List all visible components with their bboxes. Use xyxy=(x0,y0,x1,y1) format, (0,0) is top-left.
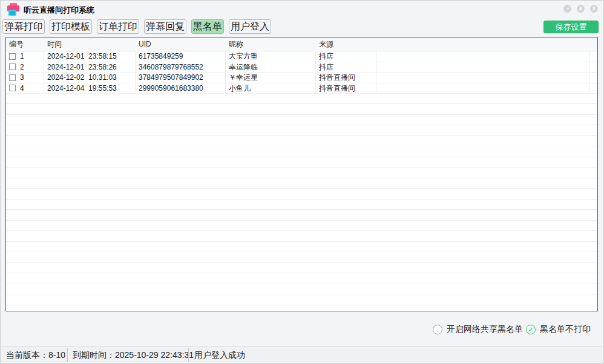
window-controls: – ∧ × xyxy=(563,5,598,13)
cell-time: 2024-12-04 19:55:53 xyxy=(44,83,135,94)
minimize-icon[interactable]: – xyxy=(563,5,571,13)
noprint-checkbox-checked-icon[interactable]: ✓ xyxy=(526,325,536,334)
row-number: 1 xyxy=(20,51,24,62)
printer-app-icon xyxy=(6,3,21,16)
col-header-uid: UID xyxy=(135,37,225,51)
tab-bar: 弹幕打印 打印模板 订单打印 弹幕回复 黑名单 用户登入 xyxy=(2,19,271,34)
noprint-label: 黑名单不打印 xyxy=(540,324,591,335)
status-version: 当前版本：8-10 xyxy=(6,350,65,361)
app-window: 听云直播间打印系统 – ∧ × 弹幕打印 打印模板 订单打印 弹幕回复 黑名单 … xyxy=(0,0,604,364)
table-row[interactable]: 3 2024-12-02 10:31:03 3784979507849902 ￥… xyxy=(6,73,597,83)
cell-source: 抖音直播间 xyxy=(315,83,376,94)
col-header-nickname: 昵称 xyxy=(225,37,315,51)
row-checkbox[interactable] xyxy=(9,85,16,91)
noprint-option: ✓ 黑名单不打印 xyxy=(526,324,591,335)
cell-nickname: 大宝方重 xyxy=(225,51,315,62)
col-header-time: 时间 xyxy=(44,37,135,51)
status-expiry: 到期时间：2025-10-29 22:43:31 xyxy=(73,350,194,361)
tab-danmu-reply[interactable]: 弹幕回复 xyxy=(144,19,186,34)
col-header-blank2 xyxy=(589,37,597,51)
row-checkbox[interactable] xyxy=(9,74,16,81)
table-row[interactable]: 4 2024-12-04 19:55:53 2999059061683380 小… xyxy=(6,83,597,94)
row-checkbox[interactable] xyxy=(9,53,16,60)
table-row[interactable]: 2 2024-12-01 23:58:26 3460879879768552 幸… xyxy=(6,62,597,73)
maximize-icon[interactable]: ∧ xyxy=(577,5,585,13)
cell-nickname: ￥幸运星 xyxy=(225,73,315,83)
tab-user-login[interactable]: 用户登入 xyxy=(229,19,271,34)
blacklist-options-row: 开启网络共享黑名单 ✓ 黑名单不打印 xyxy=(1,324,603,336)
cell-nickname: 小鱼儿 xyxy=(225,83,315,94)
row-number: 3 xyxy=(20,73,24,83)
cell-uid: 3460879879768552 xyxy=(135,62,225,73)
titlebar: 听云直播间打印系统 – ∧ × xyxy=(1,1,603,18)
status-bar: 当前版本：8-10 到期时间：2025-10-29 22:43:31 用户登入成… xyxy=(1,346,603,363)
cell-uid: 2999059061683380 xyxy=(135,83,225,94)
row-checkbox[interactable] xyxy=(9,63,16,70)
table-empty-area xyxy=(6,94,597,311)
tab-blacklist[interactable]: 黑名单 xyxy=(191,19,224,34)
status-divider xyxy=(67,348,68,362)
close-icon[interactable]: × xyxy=(590,5,598,13)
table-header: 编号 时间 UID 昵称 来源 xyxy=(6,37,597,51)
cell-source: 抖店 xyxy=(315,51,376,62)
col-header-source: 来源 xyxy=(315,37,376,51)
cell-time: 2024-12-01 23:58:26 xyxy=(44,62,135,73)
row-number: 4 xyxy=(20,83,24,94)
share-blacklist-label: 开启网络共享黑名单 xyxy=(447,324,523,335)
share-blacklist-option: 开启网络共享黑名单 xyxy=(433,324,523,335)
col-header-no: 编号 xyxy=(6,37,44,51)
row-number: 2 xyxy=(20,62,24,73)
save-settings-button[interactable]: 保存设置 xyxy=(543,21,599,33)
tab-print-template[interactable]: 打印模板 xyxy=(50,19,92,34)
table-row[interactable]: 1 2024-12-01 23:58:15 61735849259 大宝方重 抖… xyxy=(6,51,597,62)
share-blacklist-radio[interactable] xyxy=(433,325,442,334)
status-login: 用户登入成功 xyxy=(194,350,245,361)
status-divider xyxy=(188,348,189,362)
blacklist-table: 编号 时间 UID 昵称 来源 1 2024-12-01 23:58:15 61… xyxy=(5,37,598,311)
cell-source: 抖音直播间 xyxy=(315,73,376,83)
tab-danmu-print[interactable]: 弹幕打印 xyxy=(2,19,45,34)
tab-order-print[interactable]: 订单打印 xyxy=(97,19,139,34)
cell-time: 2024-12-02 10:31:03 xyxy=(44,73,135,83)
cell-source: 抖店 xyxy=(315,62,376,73)
window-title: 听云直播间打印系统 xyxy=(24,5,94,16)
cell-time: 2024-12-01 23:58:15 xyxy=(44,51,135,62)
cell-nickname: 幸运降临 xyxy=(225,62,315,73)
cell-uid: 3784979507849902 xyxy=(135,73,225,83)
col-header-blank xyxy=(376,37,589,51)
cell-uid: 61735849259 xyxy=(135,51,225,62)
